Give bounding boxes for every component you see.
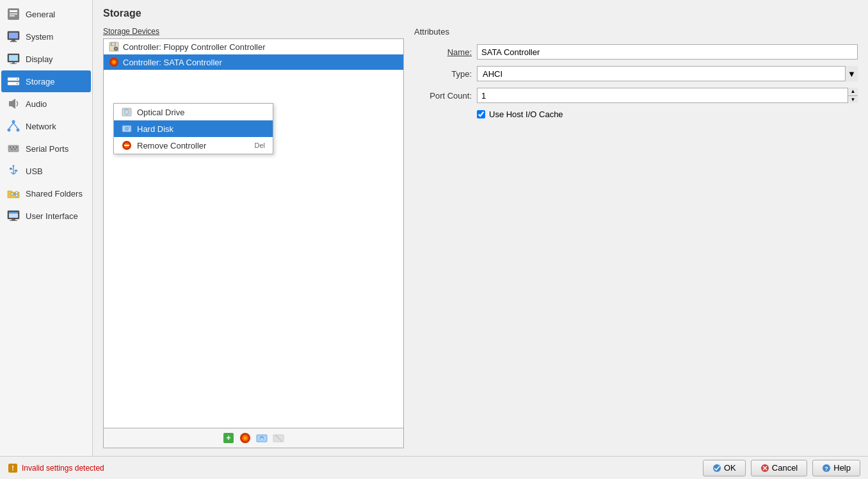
ok-icon <box>712 464 721 473</box>
ok-button[interactable]: OK <box>703 460 746 476</box>
sidebar-item-user-interface[interactable]: User Interface <box>1 205 91 227</box>
add-attachment-button[interactable]: + <box>255 431 269 445</box>
attributes-panel: Attributes Name: Type: AHCI LsiLogic Bus… <box>414 27 858 448</box>
general-icon <box>6 7 20 21</box>
svg-rect-2 <box>10 13 17 15</box>
svg-rect-43 <box>112 43 115 45</box>
storage-toolbar: + + <box>103 428 404 448</box>
svg-point-17 <box>12 120 15 124</box>
audio-icon <box>6 97 20 111</box>
cancel-label: Cancel <box>772 463 798 473</box>
svg-text:?: ? <box>825 466 829 472</box>
svg-marker-16 <box>9 99 15 109</box>
svg-point-64 <box>244 437 247 440</box>
sidebar-item-user-interface-label: User Interface <box>26 211 78 221</box>
optical-drive-label: Optical Drive <box>137 108 184 117</box>
remove-attachment-button[interactable] <box>271 431 285 445</box>
floppy-controller-item[interactable]: Controller: Floppy Controller Controller <box>104 39 403 54</box>
name-row: Name: <box>414 44 858 60</box>
svg-point-51 <box>126 111 128 113</box>
storage-devices-panel: Storage Devices Controller: Floppy Contr… <box>103 27 404 448</box>
floppy-controller-icon <box>109 42 119 52</box>
serial-ports-icon <box>6 142 20 156</box>
add-controller-icon: + <box>223 432 234 444</box>
host-io-cache-checkbox[interactable] <box>477 110 485 118</box>
sidebar-item-audio[interactable]: Audio <box>1 93 91 115</box>
context-menu-optical-drive[interactable]: Optical Drive <box>114 104 273 120</box>
sidebar-item-usb-label: USB <box>26 166 43 176</box>
hard-disk-label: Hard Disk <box>137 124 173 134</box>
type-select[interactable]: AHCI LsiLogic BusLogic LsiLogicSAS NVMe <box>477 66 858 81</box>
cancel-icon <box>760 464 769 473</box>
cancel-button[interactable]: Cancel <box>751 460 807 476</box>
storage-icon <box>6 74 20 88</box>
svg-rect-39 <box>12 219 15 220</box>
sidebar-item-storage[interactable]: Storage <box>1 70 91 92</box>
svg-text:!: ! <box>12 464 14 472</box>
sidebar-item-network[interactable]: Network <box>1 115 91 137</box>
status-text: Invalid settings detected <box>22 464 104 473</box>
ok-label: OK <box>724 463 736 473</box>
svg-point-72 <box>713 464 721 472</box>
svg-rect-56 <box>129 127 130 128</box>
sata-controller-item[interactable]: Controller: SATA Controller <box>104 54 403 70</box>
svg-point-48 <box>113 61 115 63</box>
system-icon <box>6 29 20 44</box>
svg-rect-6 <box>12 40 15 41</box>
svg-line-21 <box>13 123 18 129</box>
add-controller-button[interactable]: + <box>221 431 236 445</box>
context-menu-remove-controller[interactable]: Remove Controller Del <box>114 137 273 154</box>
svg-rect-7 <box>10 41 17 42</box>
page-title: Storage <box>103 8 858 19</box>
sata-controller-label: Controller: SATA Controller <box>123 58 222 67</box>
svg-point-32 <box>11 193 13 195</box>
sata-controller-icon <box>109 57 119 67</box>
shared-folders-icon <box>6 186 20 200</box>
sidebar-item-network-label: Network <box>26 122 56 131</box>
svg-rect-3 <box>10 15 15 17</box>
svg-rect-5 <box>9 33 18 38</box>
svg-point-25 <box>16 147 17 148</box>
svg-point-31 <box>15 194 18 197</box>
port-count-input[interactable] <box>477 88 858 103</box>
sidebar-item-display[interactable]: Display <box>1 48 91 70</box>
sidebar-item-general[interactable]: General <box>1 3 91 25</box>
svg-point-18 <box>8 129 11 132</box>
svg-rect-38 <box>9 212 18 214</box>
context-menu-hard-disk[interactable]: Hard Disk <box>114 120 273 137</box>
svg-point-24 <box>13 147 14 148</box>
port-count-up-button[interactable]: ▲ <box>848 88 858 96</box>
network-icon <box>6 119 20 133</box>
svg-point-45 <box>115 48 117 49</box>
svg-rect-10 <box>12 62 15 63</box>
name-input[interactable] <box>477 44 858 60</box>
svg-rect-28 <box>10 168 12 170</box>
svg-point-27 <box>15 149 16 150</box>
panels-container: Storage Devices Controller: Floppy Contr… <box>103 27 858 448</box>
svg-point-26 <box>12 149 13 150</box>
sidebar-item-shared-folders-label: Shared Folders <box>26 189 83 199</box>
svg-point-13 <box>17 78 18 79</box>
sidebar: General System Display <box>0 0 93 456</box>
help-label: Help <box>833 463 851 473</box>
type-label: Type: <box>414 69 472 79</box>
add-attachment-icon: + <box>256 432 268 444</box>
remove-controller-toolbar-button[interactable] <box>238 431 252 445</box>
svg-point-33 <box>15 191 18 194</box>
svg-point-23 <box>10 147 11 148</box>
help-button[interactable]: ? Help <box>812 460 860 476</box>
sidebar-item-usb[interactable]: USB <box>1 160 91 182</box>
type-row: Type: AHCI LsiLogic BusLogic LsiLogicSAS… <box>414 66 858 81</box>
hard-disk-icon <box>122 124 132 134</box>
remove-controller-label: Remove Controller <box>137 141 206 150</box>
sidebar-item-system[interactable]: System <box>1 26 91 47</box>
port-count-down-button[interactable]: ▼ <box>848 96 858 104</box>
host-io-cache-row: Use Host I/O Cache <box>477 110 858 119</box>
display-icon <box>6 52 20 66</box>
svg-rect-11 <box>10 63 17 64</box>
sidebar-item-serial-ports[interactable]: Serial Ports <box>1 138 91 159</box>
svg-rect-52 <box>124 109 129 110</box>
svg-point-30 <box>13 165 15 167</box>
sidebar-item-shared-folders[interactable]: Shared Folders <box>1 183 91 204</box>
storage-devices-label: Storage Devices <box>103 27 404 36</box>
